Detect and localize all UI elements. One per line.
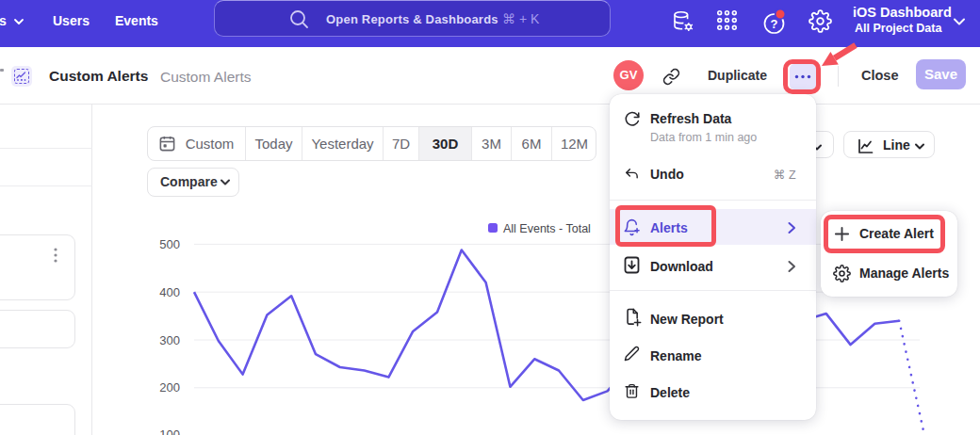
- svg-text:100: 100: [159, 427, 180, 435]
- svg-text:300: 300: [159, 333, 180, 347]
- svg-text:200: 200: [159, 380, 180, 395]
- svg-text:400: 400: [159, 285, 180, 299]
- svg-text:500: 500: [159, 237, 180, 251]
- svg-text:?: ?: [771, 17, 778, 31]
